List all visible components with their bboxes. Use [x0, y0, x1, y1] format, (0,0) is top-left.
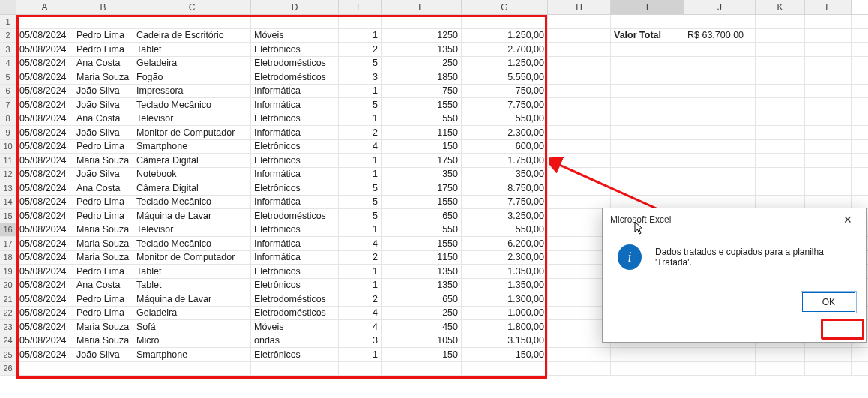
row-header[interactable]: 5 [0, 70, 16, 84]
cell[interactable]: Cadeira de Escritório [133, 29, 251, 43]
cell[interactable] [805, 29, 852, 43]
cell[interactable] [756, 196, 805, 209]
cell[interactable]: 8.750,00 [462, 181, 548, 195]
cell[interactable] [805, 348, 852, 361]
cell[interactable]: Sofá [133, 320, 251, 334]
cell[interactable]: 1550 [382, 196, 462, 209]
row-header[interactable]: 15 [0, 209, 16, 223]
cell[interactable]: 1 [339, 279, 382, 292]
cell[interactable]: 05/08/2024 [16, 223, 73, 237]
cell[interactable]: Pedro Lima [73, 43, 133, 56]
cell[interactable] [756, 168, 805, 181]
cell[interactable] [805, 126, 852, 139]
cell[interactable]: 350 [382, 168, 462, 181]
cell[interactable]: 1050 [382, 334, 462, 348]
cell[interactable]: 05/08/2024 [16, 320, 73, 334]
cell[interactable]: 05/08/2024 [16, 140, 73, 154]
cell[interactable]: ondas [251, 334, 339, 348]
cell[interactable]: Câmera Digital [133, 154, 251, 167]
cell[interactable]: 05/08/2024 [16, 29, 73, 43]
cell[interactable] [805, 57, 852, 70]
cell[interactable]: 05/08/2024 [16, 154, 73, 167]
cell[interactable]: Maria Souza [73, 237, 133, 250]
cell[interactable] [611, 168, 684, 181]
cell[interactable]: 2 [339, 43, 382, 56]
cell[interactable]: Tablet [133, 43, 251, 56]
cell[interactable]: 1.750,00 [462, 154, 548, 167]
row-header[interactable]: 14 [0, 196, 16, 209]
cell[interactable] [382, 362, 462, 376]
cell[interactable]: Monitor de Computador [133, 251, 251, 265]
cell[interactable]: Micro [133, 334, 251, 348]
cell[interactable]: Eletrônicos [251, 223, 339, 237]
cell[interactable]: 05/08/2024 [16, 348, 73, 361]
cell[interactable]: 05/08/2024 [16, 168, 73, 181]
cell[interactable] [251, 362, 339, 376]
cell[interactable]: 3.150,00 [462, 334, 548, 348]
cell[interactable]: Televisor [133, 112, 251, 126]
row-header[interactable]: 25 [0, 348, 16, 361]
cell[interactable]: 650 [382, 292, 462, 306]
row-header[interactable]: 12 [0, 168, 16, 181]
cell[interactable]: 05/08/2024 [16, 98, 73, 112]
cell[interactable]: Ana Costa [73, 57, 133, 70]
cell[interactable] [73, 362, 133, 376]
cell[interactable]: 1 [339, 154, 382, 167]
row-header[interactable]: 11 [0, 154, 16, 167]
cell[interactable]: Fogão [133, 70, 251, 84]
cell[interactable] [756, 29, 805, 43]
cell[interactable]: 1850 [382, 70, 462, 84]
cell[interactable] [756, 348, 805, 361]
cell[interactable]: Máquina de Lavar [133, 209, 251, 223]
cell[interactable]: 1750 [382, 154, 462, 167]
cell[interactable]: 1750 [382, 181, 462, 195]
cell[interactable] [805, 196, 852, 209]
cell[interactable]: Televisor [133, 223, 251, 237]
cell[interactable]: Geladeira [133, 307, 251, 320]
cell[interactable] [548, 362, 611, 376]
cell[interactable]: 1250 [382, 29, 462, 43]
cell[interactable]: 05/08/2024 [16, 307, 73, 320]
cell[interactable]: Teclado Mecânico [133, 98, 251, 112]
cell[interactable] [548, 181, 611, 195]
cell[interactable]: 4 [339, 140, 382, 154]
cell[interactable]: Monitor de Computador [133, 126, 251, 139]
cell[interactable]: Ana Costa [73, 181, 133, 195]
cell[interactable]: João Silva [73, 168, 133, 181]
cell[interactable]: Pedro Lima [73, 209, 133, 223]
cell[interactable]: 3 [339, 70, 382, 84]
cell[interactable]: 05/08/2024 [16, 57, 73, 70]
cell[interactable]: 350,00 [462, 168, 548, 181]
cell[interactable] [684, 181, 756, 195]
cell[interactable]: Pedro Lima [73, 29, 133, 43]
cell[interactable] [548, 15, 611, 28]
cell[interactable] [756, 57, 805, 70]
cell[interactable] [684, 154, 756, 167]
cell[interactable]: Pedro Lima [73, 196, 133, 209]
cell[interactable]: 1.000,00 [462, 307, 548, 320]
cell[interactable] [611, 140, 684, 154]
cell[interactable]: 3.250,00 [462, 209, 548, 223]
row-header[interactable]: 23 [0, 320, 16, 334]
cell[interactable]: 6.200,00 [462, 237, 548, 250]
cell[interactable]: 05/08/2024 [16, 126, 73, 139]
cell[interactable] [611, 70, 684, 84]
row-header[interactable]: 13 [0, 181, 16, 195]
cell[interactable]: Informática [251, 237, 339, 250]
cell[interactable] [611, 126, 684, 139]
cell[interactable]: 3 [339, 334, 382, 348]
cell[interactable]: Informática [251, 196, 339, 209]
row-header[interactable]: 10 [0, 140, 16, 154]
row-header[interactable]: 24 [0, 334, 16, 348]
cell[interactable]: 1 [339, 112, 382, 126]
cell[interactable]: Eletrônicos [251, 181, 339, 195]
cell[interactable] [462, 362, 548, 376]
cell[interactable]: 05/08/2024 [16, 292, 73, 306]
cell[interactable]: Eletrônicos [251, 348, 339, 361]
cell[interactable]: Pedro Lima [73, 307, 133, 320]
cell[interactable] [339, 362, 382, 376]
cell[interactable]: Maria Souza [73, 223, 133, 237]
cell[interactable] [133, 362, 251, 376]
cell[interactable] [684, 348, 756, 361]
cell[interactable]: 05/08/2024 [16, 251, 73, 265]
